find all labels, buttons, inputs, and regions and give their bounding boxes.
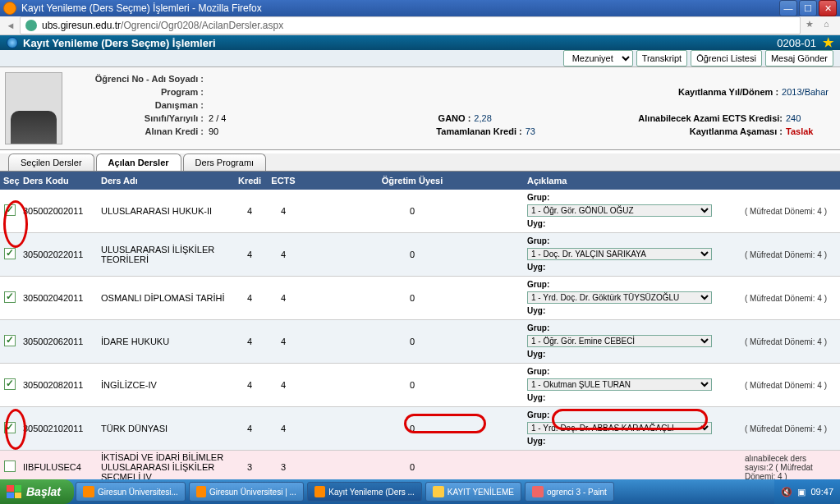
select-checkbox[interactable]	[4, 248, 16, 259]
course-row: 305002062011İDARE HUKUKU440Grup:1 - Öğr.…	[0, 320, 840, 364]
ders-adi: İDARE HUKUKU	[98, 335, 233, 348]
mezuniyet-select[interactable]: Mezuniyet	[563, 50, 633, 66]
student-info-panel: Öğrenci No - Adı Soyadı : Program : Kayı…	[0, 67, 840, 150]
tray-icon[interactable]: ▣	[797, 487, 806, 497]
ders-adi: OSMANLI DİPLOMASİ TARİHİ	[98, 291, 233, 305]
grup-select[interactable]: 1 - Okutman ŞULE TURAN	[527, 378, 712, 391]
tamamlanan-label: Tamamlanan Kredi :	[436, 126, 525, 136]
course-row: 305002022011ULUSLARARASI İLİŞKİLER TEORİ…	[0, 233, 840, 277]
maximize-button[interactable]: ☐	[799, 0, 817, 16]
select-checkbox[interactable]	[4, 204, 16, 216]
select-checkbox[interactable]	[4, 378, 16, 390]
windows-flag-icon	[7, 485, 21, 498]
tab-ders-programi[interactable]: Ders Programı	[183, 153, 267, 171]
ogrenci-listesi-button[interactable]: Öğrenci Listesi	[691, 50, 762, 66]
student-no-label: Öğrenci No - Adı Soyadı :	[69, 74, 209, 84]
system-tray: 🔇 ▣ 09:47	[774, 479, 840, 504]
app-globe-icon	[7, 37, 18, 48]
grup-select[interactable]: 1 - Yrd. Doç. Dr. ABBAS KARAAĞAÇLI	[527, 422, 712, 434]
window-titlebar: Kayıt Yenileme (Ders Seçme) İşlemleri - …	[0, 0, 840, 16]
mesaj-gonder-button[interactable]: Mesaj Gönder	[765, 50, 833, 66]
ders-kodu: 305002022011	[20, 248, 98, 261]
back-button[interactable]: ◄	[3, 18, 18, 33]
ders-adi: TÜRK DÜNYASI	[98, 422, 233, 435]
tray-icon[interactable]: 🔇	[781, 487, 792, 497]
page-code: 0208-01	[777, 37, 816, 49]
ders-adi: İKTİSADİ VE İDARİ BİLİMLER ULUSLARARASI …	[98, 451, 233, 483]
ders-adi: ULUSLARARASI HUKUK-II	[98, 204, 233, 218]
address-bar: ◄ ubs.giresun.edu.tr/Ogrenci/Ogr0208/Aci…	[0, 16, 840, 35]
course-row: 305002002011ULUSLARARASI HUKUK-II440Grup…	[0, 190, 840, 233]
grup-select[interactable]: 1 - Yrd. Doç. Dr. Göktürk TÜYSÜZOĞLU	[527, 291, 712, 304]
sinif-label: Sınıfı/Yarıyılı :	[69, 113, 209, 123]
minimize-button[interactable]: —	[779, 0, 797, 16]
course-row: 305002082011İNGİLİZCE-IV440Grup:1 - Okut…	[0, 364, 840, 407]
windows-taskbar: Başlat Giresun Üniversitesi...Giresun Ün…	[0, 479, 840, 504]
course-tabs: Seçilen Dersler Açılan Dersler Ders Prog…	[0, 153, 840, 172]
grup-select[interactable]: 1 - Öğr. Gör. GÖNÜL OĞUZ	[527, 204, 712, 217]
course-row: 305002042011OSMANLI DİPLOMASİ TARİHİ440G…	[0, 277, 840, 320]
student-photo	[5, 72, 62, 144]
favorite-star-icon[interactable]: ★	[823, 35, 833, 50]
window-title: Kayıt Yenileme (Ders Seçme) İşlemleri - …	[21, 2, 779, 14]
ders-kodu: 305002062011	[20, 335, 98, 348]
alinan-kredi-value: 90	[209, 126, 436, 136]
url-field[interactable]: ubs.giresun.edu.tr/Ogrenci/Ogr0208/Acila…	[20, 16, 801, 34]
taskbar-item[interactable]: Giresun Üniversitesi...	[76, 482, 186, 502]
main-course-grid: Seç Ders Kodu Ders Adı Kredi ECTS Öğreti…	[0, 172, 840, 484]
sinif-value: 2 / 4	[209, 113, 438, 123]
clock[interactable]: 09:47	[810, 487, 833, 497]
ders-kodu: 305002002011	[20, 204, 98, 218]
taskbar-item[interactable]: Giresun Üniversitesi | ...	[189, 482, 304, 502]
select-checkbox[interactable]	[4, 291, 16, 303]
course-row: 305002102011TÜRK DÜNYASI440Grup:1 - Yrd.…	[0, 407, 840, 451]
select-checkbox[interactable]	[4, 422, 16, 433]
tamamlanan-value: 73	[526, 126, 690, 136]
ders-adi: İNGİLİZCE-IV	[98, 378, 233, 392]
tab-acilan-dersler[interactable]: Açılan Dersler	[96, 153, 181, 171]
grup-select[interactable]: 1 - Doç. Dr. YALÇIN SARIKAYA	[527, 248, 712, 260]
azami-value: 240	[786, 113, 835, 123]
danisman-label: Danışman :	[69, 100, 209, 110]
ders-kodu: 305002042011	[20, 291, 98, 305]
transkript-button[interactable]: Transkript	[636, 50, 688, 66]
gano-value: 2,28	[474, 113, 638, 123]
select-checkbox[interactable]	[4, 460, 16, 472]
globe-icon	[25, 20, 37, 31]
grup-select[interactable]: 1 - Öğr. Gör. Emine CEBECİ	[527, 335, 712, 347]
ders-kodu: 305002102011	[20, 422, 98, 435]
alinan-kredi-label: Alınan Kredi :	[69, 126, 209, 136]
page-toolbar: Mezuniyet Transkript Öğrenci Listesi Mes…	[0, 50, 840, 67]
gano-label: GANO :	[438, 113, 475, 123]
start-button[interactable]: Başlat	[0, 479, 74, 504]
ders-kodu: 305002082011	[20, 378, 98, 392]
tab-secilen-dersler[interactable]: Seçilen Dersler	[8, 153, 94, 171]
yil-donem-value: 2013/Bahar	[782, 87, 835, 97]
asama-value: Taslak	[786, 126, 835, 136]
page-header: Kayıt Yenileme (Ders Seçme) İşlemleri 02…	[0, 35, 840, 50]
program-label: Program :	[69, 87, 209, 97]
select-checkbox[interactable]	[4, 335, 16, 346]
grid-header: Seç Ders Kodu Ders Adı Kredi ECTS Öğreti…	[0, 172, 840, 190]
ders-kodu: IIBFULUSEC4	[20, 460, 98, 474]
bookmark-icon[interactable]: ★	[806, 19, 819, 32]
taskbar-item[interactable]: Kayıt Yenileme (Ders ...	[307, 482, 422, 502]
taskbar-item[interactable]: KAYIT YENİLEME	[425, 482, 521, 502]
ders-adi: ULUSLARARASI İLİŞKİLER TEORİLERİ	[98, 243, 233, 266]
taskbar-item[interactable]: ogrenci 3 - Paint	[525, 482, 614, 502]
yil-donem-label: Kayıtlanma Yıl/Dönem :	[678, 87, 782, 97]
page-title: Kayıt Yenileme (Ders Seçme) İşlemleri	[23, 37, 216, 49]
asama-label: Kayıtlanma Aşaması :	[690, 126, 786, 136]
firefox-icon	[3, 2, 16, 15]
home-icon[interactable]: ⌂	[824, 19, 837, 32]
azami-label: Alınabilecek Azami ECTS Kredisi:	[638, 113, 786, 123]
close-button[interactable]: ✕	[819, 0, 837, 16]
